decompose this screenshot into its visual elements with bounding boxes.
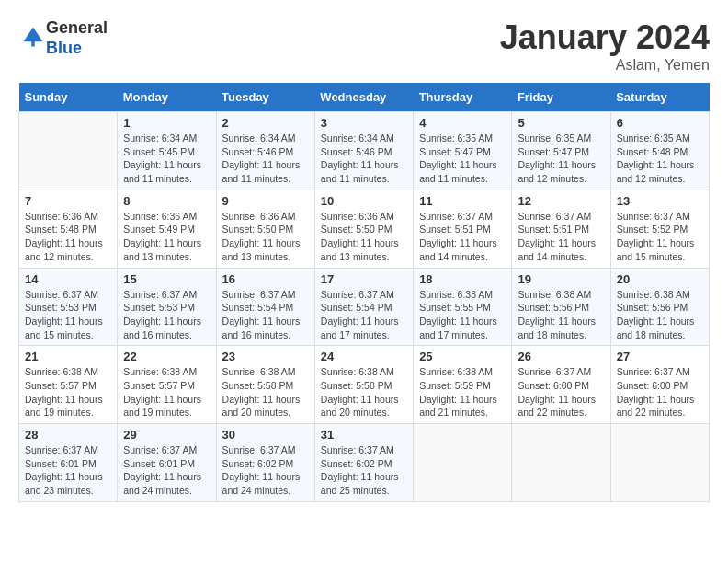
- day-number: 23: [222, 350, 309, 363]
- day-info: Sunrise: 6:37 AM Sunset: 5:51 PM Dayligh…: [518, 210, 604, 264]
- calendar-week-row: 14Sunrise: 6:37 AM Sunset: 5:53 PM Dayli…: [19, 268, 710, 346]
- calendar-cell: 18Sunrise: 6:38 AM Sunset: 5:55 PM Dayli…: [414, 268, 512, 346]
- calendar-cell: [414, 424, 512, 502]
- day-number: 1: [123, 116, 210, 130]
- month-title: January 2024: [500, 18, 710, 57]
- calendar-cell: 8Sunrise: 6:36 AM Sunset: 5:49 PM Daylig…: [118, 190, 216, 268]
- day-info: Sunrise: 6:38 AM Sunset: 5:56 PM Dayligh…: [617, 288, 703, 342]
- calendar-cell: 12Sunrise: 6:37 AM Sunset: 5:51 PM Dayli…: [512, 190, 610, 268]
- day-number: 2: [222, 116, 309, 130]
- day-info: Sunrise: 6:37 AM Sunset: 5:53 PM Dayligh…: [25, 288, 111, 342]
- day-number: 10: [321, 194, 407, 208]
- logo-icon: [20, 24, 46, 50]
- day-info: Sunrise: 6:37 AM Sunset: 6:01 PM Dayligh…: [123, 443, 210, 498]
- day-number: 6: [617, 116, 703, 130]
- calendar-cell: 20Sunrise: 6:38 AM Sunset: 5:56 PM Dayli…: [610, 268, 709, 346]
- weekday-header: Sunday: [19, 83, 118, 112]
- day-number: 18: [419, 272, 506, 286]
- day-info: Sunrise: 6:36 AM Sunset: 5:49 PM Dayligh…: [123, 210, 210, 264]
- page-header: General Blue January 2024 Aslam, Yemen: [18, 18, 710, 74]
- calendar-cell: 6Sunrise: 6:35 AM Sunset: 5:48 PM Daylig…: [610, 112, 709, 190]
- calendar-week-row: 7Sunrise: 6:36 AM Sunset: 5:48 PM Daylig…: [19, 190, 710, 268]
- day-info: Sunrise: 6:35 AM Sunset: 5:47 PM Dayligh…: [518, 132, 604, 186]
- day-info: Sunrise: 6:37 AM Sunset: 5:51 PM Dayligh…: [419, 210, 506, 264]
- day-number: 19: [518, 272, 604, 286]
- calendar-cell: 15Sunrise: 6:37 AM Sunset: 5:53 PM Dayli…: [118, 268, 216, 346]
- calendar-cell: 31Sunrise: 6:37 AM Sunset: 6:02 PM Dayli…: [314, 424, 413, 502]
- calendar-cell: 10Sunrise: 6:36 AM Sunset: 5:50 PM Dayli…: [314, 190, 413, 268]
- calendar-cell: 25Sunrise: 6:38 AM Sunset: 5:59 PM Dayli…: [414, 346, 512, 424]
- calendar-cell: [512, 424, 610, 502]
- logo-blue-text: Blue: [46, 39, 82, 57]
- day-info: Sunrise: 6:37 AM Sunset: 5:53 PM Dayligh…: [123, 288, 210, 342]
- calendar-week-row: 1Sunrise: 6:34 AM Sunset: 5:45 PM Daylig…: [19, 112, 710, 190]
- calendar-cell: 9Sunrise: 6:36 AM Sunset: 5:50 PM Daylig…: [216, 190, 314, 268]
- calendar-cell: 19Sunrise: 6:38 AM Sunset: 5:56 PM Dayli…: [512, 268, 610, 346]
- day-number: 29: [123, 428, 210, 442]
- calendar-cell: 29Sunrise: 6:37 AM Sunset: 6:01 PM Dayli…: [118, 424, 216, 502]
- day-number: 26: [518, 350, 604, 363]
- day-number: 16: [222, 272, 309, 286]
- day-info: Sunrise: 6:38 AM Sunset: 5:57 PM Dayligh…: [123, 365, 210, 419]
- calendar-cell: 3Sunrise: 6:34 AM Sunset: 5:46 PM Daylig…: [314, 112, 413, 190]
- calendar-cell: [19, 112, 118, 190]
- day-number: 13: [617, 194, 703, 208]
- calendar-cell: 14Sunrise: 6:37 AM Sunset: 5:53 PM Dayli…: [19, 268, 118, 346]
- calendar-cell: 13Sunrise: 6:37 AM Sunset: 5:52 PM Dayli…: [610, 190, 709, 268]
- calendar-week-row: 28Sunrise: 6:37 AM Sunset: 6:01 PM Dayli…: [19, 424, 710, 502]
- day-number: 31: [321, 428, 407, 442]
- calendar-cell: 17Sunrise: 6:37 AM Sunset: 5:54 PM Dayli…: [314, 268, 413, 346]
- calendar-cell: 11Sunrise: 6:37 AM Sunset: 5:51 PM Dayli…: [414, 190, 512, 268]
- calendar-cell: 23Sunrise: 6:38 AM Sunset: 5:58 PM Dayli…: [216, 346, 314, 424]
- day-number: 22: [123, 350, 210, 363]
- day-number: 28: [25, 428, 111, 442]
- day-number: 5: [518, 116, 604, 130]
- calendar-cell: 2Sunrise: 6:34 AM Sunset: 5:46 PM Daylig…: [216, 112, 314, 190]
- calendar-week-row: 21Sunrise: 6:38 AM Sunset: 5:57 PM Dayli…: [19, 346, 710, 424]
- calendar-cell: 24Sunrise: 6:38 AM Sunset: 5:58 PM Dayli…: [314, 346, 413, 424]
- day-info: Sunrise: 6:34 AM Sunset: 5:46 PM Dayligh…: [321, 132, 407, 186]
- day-info: Sunrise: 6:37 AM Sunset: 6:00 PM Dayligh…: [617, 365, 703, 419]
- day-number: 8: [123, 194, 210, 208]
- calendar-cell: 27Sunrise: 6:37 AM Sunset: 6:00 PM Dayli…: [610, 346, 709, 424]
- calendar-cell: 30Sunrise: 6:37 AM Sunset: 6:02 PM Dayli…: [216, 424, 314, 502]
- logo-general-text: General: [46, 18, 108, 37]
- day-info: Sunrise: 6:36 AM Sunset: 5:48 PM Dayligh…: [25, 210, 111, 264]
- day-number: 25: [419, 350, 506, 363]
- day-info: Sunrise: 6:37 AM Sunset: 6:00 PM Dayligh…: [518, 365, 604, 419]
- calendar-cell: 26Sunrise: 6:37 AM Sunset: 6:00 PM Dayli…: [512, 346, 610, 424]
- day-number: 12: [518, 194, 604, 208]
- day-number: 7: [25, 194, 111, 208]
- day-info: Sunrise: 6:37 AM Sunset: 6:01 PM Dayligh…: [25, 443, 111, 498]
- title-block: January 2024 Aslam, Yemen: [500, 18, 710, 74]
- day-info: Sunrise: 6:34 AM Sunset: 5:45 PM Dayligh…: [123, 132, 210, 186]
- weekday-header-row: SundayMondayTuesdayWednesdayThursdayFrid…: [19, 83, 710, 112]
- day-info: Sunrise: 6:35 AM Sunset: 5:48 PM Dayligh…: [617, 132, 703, 186]
- day-info: Sunrise: 6:38 AM Sunset: 5:58 PM Dayligh…: [222, 365, 309, 419]
- day-info: Sunrise: 6:35 AM Sunset: 5:47 PM Dayligh…: [419, 132, 506, 186]
- weekday-header: Saturday: [610, 83, 709, 112]
- day-number: 30: [222, 428, 309, 442]
- day-number: 17: [321, 272, 407, 286]
- day-info: Sunrise: 6:36 AM Sunset: 5:50 PM Dayligh…: [321, 210, 407, 264]
- day-number: 4: [419, 116, 506, 130]
- day-info: Sunrise: 6:36 AM Sunset: 5:50 PM Dayligh…: [222, 210, 309, 264]
- day-number: 21: [25, 350, 111, 363]
- weekday-header: Monday: [118, 83, 216, 112]
- day-number: 3: [321, 116, 407, 130]
- logo: General Blue: [18, 18, 108, 58]
- day-number: 27: [617, 350, 703, 363]
- day-info: Sunrise: 6:34 AM Sunset: 5:46 PM Dayligh…: [222, 132, 309, 186]
- day-info: Sunrise: 6:37 AM Sunset: 5:54 PM Dayligh…: [222, 288, 309, 342]
- svg-rect-1: [31, 38, 35, 46]
- day-number: 20: [617, 272, 703, 286]
- day-info: Sunrise: 6:37 AM Sunset: 6:02 PM Dayligh…: [222, 443, 309, 498]
- day-info: Sunrise: 6:38 AM Sunset: 5:56 PM Dayligh…: [518, 288, 604, 342]
- calendar-cell: 5Sunrise: 6:35 AM Sunset: 5:47 PM Daylig…: [512, 112, 610, 190]
- day-number: 15: [123, 272, 210, 286]
- location-subtitle: Aslam, Yemen: [500, 57, 710, 74]
- calendar-table: SundayMondayTuesdayWednesdayThursdayFrid…: [18, 83, 710, 502]
- day-info: Sunrise: 6:37 AM Sunset: 5:52 PM Dayligh…: [617, 210, 703, 264]
- weekday-header: Tuesday: [216, 83, 314, 112]
- day-info: Sunrise: 6:37 AM Sunset: 5:54 PM Dayligh…: [321, 288, 407, 342]
